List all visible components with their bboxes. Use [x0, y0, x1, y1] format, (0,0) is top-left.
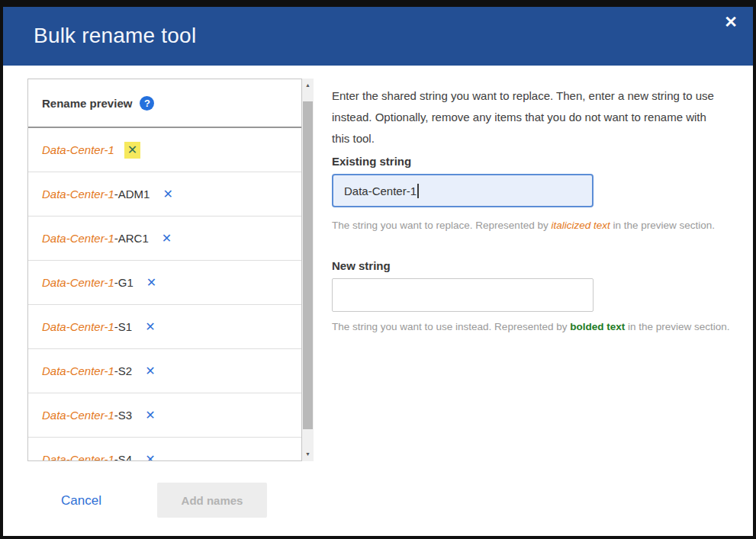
scrollbar-thumb[interactable]: [303, 101, 313, 429]
rename-preview-row: Data-Center-1-S3 ✕: [28, 393, 301, 438]
rename-preview-panel: Rename preview ? Data-Center-1 ✕ Data-Ce…: [27, 79, 302, 461]
helper-text: in the preview section.: [625, 321, 729, 332]
existing-string-input[interactable]: Data-Center-1: [332, 174, 594, 207]
item-prefix: Data-Center-1: [42, 188, 114, 201]
item-prefix: Data-Center-1: [42, 453, 114, 461]
rename-preview-row: Data-Center-1-S1 ✕: [28, 305, 301, 349]
rename-preview-title: Rename preview: [42, 97, 132, 110]
rename-preview-row: Data-Center-1-S4 ✕: [28, 438, 301, 461]
existing-string-value: Data-Center-1: [344, 184, 417, 197]
text-caret: [417, 184, 419, 198]
item-suffix: -S1: [114, 320, 132, 333]
rename-preview-header: Rename preview ?: [28, 79, 301, 128]
scroll-down-icon[interactable]: ▼: [302, 448, 314, 460]
dialog-title: Bulk rename tool: [34, 24, 196, 48]
item-prefix: Data-Center-1: [42, 276, 114, 289]
item-suffix: -ARC1: [114, 232, 149, 245]
item-prefix: Data-Center-1: [42, 143, 114, 156]
help-icon[interactable]: ?: [140, 96, 154, 111]
rename-preview-row: Data-Center-1-ARC1 ✕: [28, 217, 301, 261]
remove-item-icon[interactable]: ✕: [124, 142, 140, 159]
remove-item-icon[interactable]: ✕: [142, 319, 158, 335]
rename-preview-section: Rename preview ? Data-Center-1 ✕ Data-Ce…: [27, 79, 314, 461]
item-suffix: -S3: [114, 409, 132, 422]
item-suffix: -ADM1: [114, 188, 150, 201]
item-prefix: Data-Center-1: [42, 320, 114, 333]
remove-item-icon[interactable]: ✕: [159, 186, 175, 203]
rename-preview-list: Data-Center-1 ✕ Data-Center-1-ADM1 ✕ Dat…: [28, 128, 301, 461]
add-names-button[interactable]: Add names: [157, 483, 267, 518]
remove-item-icon[interactable]: ✕: [142, 407, 158, 424]
scroll-up-icon[interactable]: ▲: [302, 79, 314, 91]
helper-emphasis: bolded text: [570, 321, 625, 332]
item-suffix: -S2: [114, 364, 132, 377]
item-suffix: -S4: [114, 453, 132, 461]
item-prefix: Data-Center-1: [42, 232, 114, 245]
existing-string-label: Existing string: [332, 155, 411, 168]
helper-text: The string you want to use instead. Repr…: [332, 321, 570, 332]
rename-preview-row: Data-Center-1-G1 ✕: [28, 261, 301, 305]
rename-preview-row: Data-Center-1-S2 ✕: [28, 349, 301, 393]
rename-preview-row: Data-Center-1 ✕: [28, 128, 301, 172]
rename-preview-row: Data-Center-1-ADM1 ✕: [28, 172, 301, 217]
item-suffix: -G1: [114, 276, 134, 289]
existing-string-helper: The string you want to replace. Represen…: [332, 220, 715, 231]
remove-item-icon[interactable]: ✕: [159, 230, 175, 247]
cancel-button[interactable]: Cancel: [61, 493, 101, 509]
new-string-helper: The string you want to use instead. Repr…: [332, 321, 730, 332]
bulk-rename-dialog: Bulk rename tool ✕ Rename preview ? Data…: [3, 7, 753, 536]
helper-text: The string you want to replace. Represen…: [332, 220, 551, 231]
remove-item-icon[interactable]: ✕: [143, 274, 159, 291]
item-prefix: Data-Center-1: [42, 364, 114, 377]
preview-scrollbar[interactable]: ▲ ▼: [302, 79, 314, 461]
remove-item-icon[interactable]: ✕: [142, 451, 158, 462]
instructions-text: Enter the shared string you want to repl…: [332, 85, 725, 149]
close-icon[interactable]: ✕: [719, 11, 742, 34]
new-string-label: New string: [332, 259, 391, 272]
remove-item-icon[interactable]: ✕: [142, 363, 158, 380]
helper-text: in the preview section.: [610, 220, 715, 231]
dialog-header: Bulk rename tool ✕: [3, 7, 753, 66]
new-string-input[interactable]: [332, 278, 594, 312]
helper-emphasis: italicized text: [551, 220, 610, 231]
item-prefix: Data-Center-1: [42, 409, 114, 422]
